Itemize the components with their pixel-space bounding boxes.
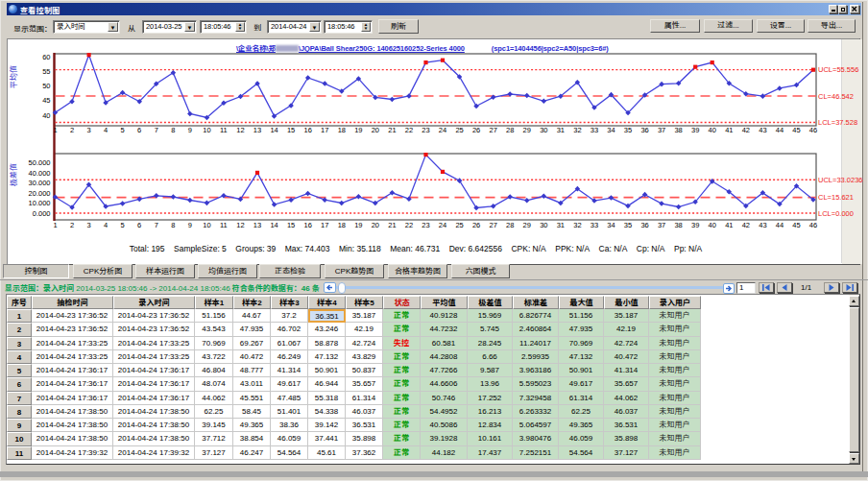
svg-text:24: 24 bbox=[439, 126, 446, 134]
svg-text:0.000: 0.000 bbox=[33, 209, 51, 218]
svg-text:平均值: 平均值 bbox=[9, 65, 18, 88]
svg-text:18: 18 bbox=[338, 221, 346, 229]
svg-text:41: 41 bbox=[725, 126, 733, 134]
svg-text:8: 8 bbox=[171, 126, 175, 134]
svg-text:20.000: 20.000 bbox=[29, 189, 51, 198]
svg-text:42: 42 bbox=[742, 126, 750, 134]
svg-text:30: 30 bbox=[540, 126, 547, 134]
svg-text:33: 33 bbox=[591, 221, 598, 229]
svg-text:39: 39 bbox=[691, 221, 699, 229]
svg-text:7: 7 bbox=[155, 221, 158, 229]
svg-text:45: 45 bbox=[42, 96, 50, 105]
svg-text:9: 9 bbox=[188, 221, 192, 229]
svg-text:46: 46 bbox=[809, 126, 817, 134]
svg-text:43: 43 bbox=[759, 126, 766, 134]
svg-text:38: 38 bbox=[674, 221, 682, 229]
svg-text:21: 21 bbox=[388, 126, 396, 134]
svg-text:4: 4 bbox=[104, 126, 108, 134]
svg-text:极差值: 极差值 bbox=[9, 163, 18, 186]
svg-text:UCL=33.0236: UCL=33.0236 bbox=[818, 176, 863, 184]
svg-text:38: 38 bbox=[674, 126, 682, 134]
svg-text:5: 5 bbox=[121, 126, 125, 134]
svg-text:13: 13 bbox=[253, 221, 261, 229]
svg-text:3: 3 bbox=[87, 126, 91, 134]
svg-text:29: 29 bbox=[523, 221, 531, 229]
svg-text:40: 40 bbox=[709, 221, 716, 229]
svg-text:25: 25 bbox=[455, 221, 463, 229]
svg-text:22: 22 bbox=[405, 221, 413, 229]
svg-text:26: 26 bbox=[472, 221, 480, 229]
svg-text:14: 14 bbox=[270, 221, 277, 229]
svg-text:19: 19 bbox=[354, 126, 362, 134]
svg-text:44: 44 bbox=[776, 221, 784, 229]
svg-text:43: 43 bbox=[759, 221, 766, 229]
svg-text:LCL=37.528: LCL=37.528 bbox=[818, 118, 857, 127]
svg-text:UCL=55.556: UCL=55.556 bbox=[818, 65, 858, 74]
svg-text:11: 11 bbox=[220, 126, 228, 134]
svg-text:2: 2 bbox=[70, 221, 74, 229]
svg-text:LCL=0.000: LCL=0.000 bbox=[818, 209, 854, 218]
svg-text:CL=15.621: CL=15.621 bbox=[818, 193, 854, 202]
svg-text:37: 37 bbox=[658, 221, 665, 229]
svg-text:32: 32 bbox=[573, 126, 581, 134]
svg-text:46: 46 bbox=[809, 221, 817, 229]
svg-text:22: 22 bbox=[405, 126, 413, 134]
svg-text:12: 12 bbox=[236, 221, 244, 229]
svg-text:10: 10 bbox=[203, 126, 210, 134]
svg-text:17: 17 bbox=[321, 221, 328, 229]
svg-text:36: 36 bbox=[640, 221, 648, 229]
svg-text:35: 35 bbox=[624, 126, 632, 134]
svg-text:9: 9 bbox=[188, 126, 192, 134]
svg-text:40: 40 bbox=[42, 111, 50, 120]
svg-text:15: 15 bbox=[287, 221, 295, 229]
svg-text:24: 24 bbox=[439, 221, 446, 229]
svg-text:23: 23 bbox=[422, 126, 429, 134]
svg-text:27: 27 bbox=[490, 221, 497, 229]
svg-text:36: 36 bbox=[640, 126, 648, 134]
svg-text:60: 60 bbox=[42, 53, 50, 61]
svg-text:42: 42 bbox=[742, 221, 750, 229]
svg-text:4: 4 bbox=[104, 221, 108, 229]
svg-text:34: 34 bbox=[607, 126, 615, 134]
svg-text:40.000: 40.000 bbox=[29, 169, 51, 178]
svg-text:44: 44 bbox=[776, 126, 784, 134]
svg-text:28: 28 bbox=[506, 221, 514, 229]
svg-text:45: 45 bbox=[792, 221, 800, 229]
svg-text:39: 39 bbox=[691, 126, 699, 134]
svg-text:27: 27 bbox=[490, 126, 497, 134]
svg-text:31: 31 bbox=[557, 126, 565, 134]
svg-text:55: 55 bbox=[42, 67, 50, 76]
svg-text:10.000: 10.000 bbox=[29, 199, 51, 207]
svg-text:30: 30 bbox=[540, 221, 547, 229]
svg-text:5: 5 bbox=[121, 221, 125, 229]
svg-text:6: 6 bbox=[137, 221, 141, 229]
svg-text:29: 29 bbox=[523, 126, 531, 134]
svg-text:CL=46.542: CL=46.542 bbox=[818, 92, 854, 101]
svg-text:23: 23 bbox=[422, 221, 429, 229]
svg-text:35: 35 bbox=[624, 221, 632, 229]
svg-text:10: 10 bbox=[203, 221, 210, 229]
svg-text:26: 26 bbox=[472, 126, 480, 134]
svg-text:20: 20 bbox=[372, 126, 379, 134]
svg-text:25: 25 bbox=[455, 126, 463, 134]
svg-text:14: 14 bbox=[270, 126, 277, 134]
svg-text:2: 2 bbox=[70, 126, 74, 134]
svg-text:30.000: 30.000 bbox=[29, 179, 51, 187]
svg-text:21: 21 bbox=[388, 221, 396, 229]
svg-text:18: 18 bbox=[338, 126, 346, 134]
svg-text:37: 37 bbox=[658, 126, 665, 134]
svg-text:31: 31 bbox=[557, 221, 565, 229]
svg-text:40: 40 bbox=[709, 126, 716, 134]
svg-text:3: 3 bbox=[87, 221, 91, 229]
svg-text:20: 20 bbox=[372, 221, 379, 229]
svg-text:8: 8 bbox=[171, 221, 175, 229]
svg-text:17: 17 bbox=[321, 126, 328, 134]
svg-text:11: 11 bbox=[220, 221, 228, 229]
svg-text:1: 1 bbox=[53, 126, 57, 134]
svg-text:7: 7 bbox=[155, 126, 158, 134]
svg-text:41: 41 bbox=[725, 221, 733, 229]
svg-text:1: 1 bbox=[53, 221, 57, 229]
svg-text:28: 28 bbox=[506, 126, 514, 134]
svg-text:33: 33 bbox=[591, 126, 598, 134]
svg-text:34: 34 bbox=[607, 221, 615, 229]
